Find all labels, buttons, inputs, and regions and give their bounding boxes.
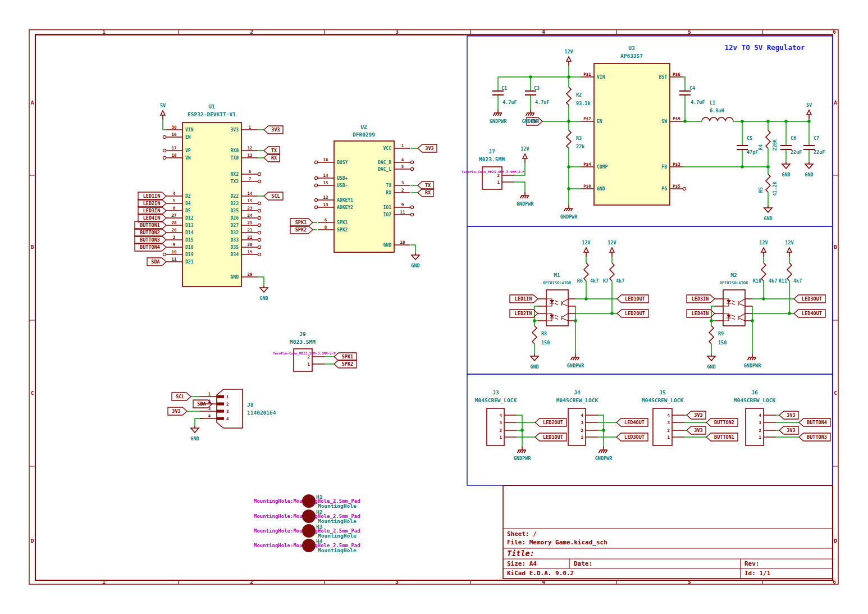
pin-name: GND — [383, 243, 392, 248]
j3-ref: J3 — [492, 389, 499, 395]
power-gndpwr: GNDPWR — [595, 447, 613, 461]
net-label-spk2: SPK2 — [334, 360, 357, 368]
connector-pin: 1 — [307, 362, 325, 367]
svg-text:GND: GND — [805, 172, 813, 178]
capacitor-c6 — [780, 145, 792, 149]
m2-value: OPTOISOLATOR — [720, 281, 748, 285]
svg-text:LED4IN: LED4IN — [143, 215, 161, 221]
mounting-hole-pad — [302, 494, 316, 508]
mounting-hole: MountingHole:MountingHole_2.5mm_Pad H2 M… — [254, 509, 360, 524]
c7-value: 22uF — [814, 149, 825, 155]
power-gndpwr: GNDPWR — [560, 205, 578, 220]
mounting-value: MountingHole — [318, 503, 357, 509]
pin-number: 27 — [171, 213, 176, 218]
svg-text:SCL: SCL — [176, 394, 184, 399]
connector-pin: 2 — [307, 354, 325, 360]
pin-number: 9 — [401, 202, 404, 207]
component-u3-ap63357: U3 AP63357 P$1 VIN P$7 EN P$4 COMP P$8 G… — [581, 45, 686, 205]
component-u2-dfr0299: U2 DFR0299 16 BUSY 14 USB+ 15 USB- 12 AD… — [314, 124, 413, 252]
pin-number: 10 — [171, 249, 177, 254]
r7-value: 4k7 — [616, 278, 624, 284]
svg-text:LED1OUT: LED1OUT — [625, 296, 645, 302]
resistor-r9 — [709, 326, 714, 344]
power-gnd: GND — [411, 253, 419, 269]
pin-number: 14 — [323, 173, 328, 178]
pin-number: 4 — [759, 413, 761, 418]
col-label: 6 — [833, 579, 836, 585]
connector-pin: 3 — [499, 420, 517, 425]
power-gnd: GND — [259, 285, 268, 301]
connector-pin: 4 — [759, 413, 776, 418]
pin-name: COMP — [597, 165, 607, 170]
pin-name: VN — [185, 156, 191, 161]
svg-text:LED3OUT: LED3OUT — [802, 296, 822, 302]
c5-ref: C5 — [747, 135, 752, 141]
connector-pin: 1 — [499, 435, 517, 440]
connector-pin: 2 — [497, 173, 514, 178]
net-label-spk2: SPK2 — [290, 226, 313, 234]
svg-text:12V: 12V — [582, 240, 590, 245]
pin-name: ADKEY2 — [337, 205, 353, 210]
connector-j7: J7 M023.5MM TermPin-Conn_M023.5MM-3.5MM-… — [462, 148, 524, 189]
power-gndpwr: GNDPWR — [744, 354, 762, 369]
resistor-r5 — [766, 174, 770, 192]
r9-ref: R9 — [718, 331, 724, 336]
mounting-ref: H4 — [316, 538, 323, 544]
pin-number: 5 — [173, 198, 176, 203]
svg-text:12V: 12V — [759, 240, 768, 245]
pin-number: 7 — [249, 176, 252, 181]
connector-pin: 1 — [759, 435, 776, 440]
net-label-led3out: LED3OUT — [794, 295, 825, 303]
pin-number: 4 — [667, 413, 670, 418]
pin-name: D15 — [185, 238, 194, 243]
power-12v: 12V — [520, 146, 529, 163]
connector-pin: 3 3 — [200, 406, 229, 415]
title-block-id: Id: 1/1 — [744, 570, 771, 577]
capacitor-c5 — [737, 145, 748, 149]
pad-number: 2 — [226, 402, 229, 407]
net-label-spk1: SPK1 — [290, 219, 313, 226]
svg-text:12V: 12V — [607, 240, 616, 245]
svg-text:RX: RX — [271, 155, 277, 161]
r2-value: 93.1k — [576, 101, 591, 106]
pin-number: 5 — [401, 164, 404, 169]
j3-value: M04SCREW_LOCK — [475, 397, 517, 403]
col-label: 3 — [395, 29, 399, 35]
pin-name: DAC_L — [378, 167, 391, 172]
net-label-tx: TX — [264, 147, 280, 154]
svg-text:GNDPWR: GNDPWR — [517, 201, 534, 207]
power-gnd: GND — [782, 162, 790, 178]
power-gndpwr: GNDPWR — [567, 354, 585, 369]
j7-footprint: TermPin-Conn_M023.5MM-3.5MM-2-P — [462, 170, 524, 174]
svg-text:12V: 12V — [785, 240, 793, 245]
net-label-rx: RX — [418, 189, 433, 197]
title-block-rev: Rev: — [744, 560, 760, 567]
svg-text:LED1IN: LED1IN — [515, 296, 532, 302]
pin-number: 3 — [581, 420, 583, 425]
capacitor-c7 — [803, 145, 815, 149]
power-12v: 12V — [607, 240, 616, 257]
u1-ref: U1 — [208, 103, 215, 110]
title-block-date: Date: — [574, 560, 592, 567]
pin-name: D35 — [231, 245, 239, 250]
mounting-value: MountingHole — [318, 547, 357, 553]
pin-name: D25 — [231, 208, 239, 213]
net-label-button3: BUTTON3 — [799, 433, 830, 441]
r2-ref: R2 — [576, 92, 582, 98]
r10-ref: R10 — [753, 278, 761, 284]
svg-text:LED1IN: LED1IN — [143, 193, 161, 199]
r6-value: 4k7 — [590, 278, 599, 284]
u3-ref: U3 — [628, 45, 635, 51]
connector-pin: 4 — [581, 413, 598, 418]
mounting-hole: MountingHole:MountingHole_2.5mm_Pad H4 M… — [254, 538, 360, 553]
pin-name: BST — [659, 75, 668, 80]
pin-number: 3 — [401, 180, 404, 185]
svg-text:GNDPWR: GNDPWR — [490, 119, 508, 124]
pin-number: 3 — [173, 235, 176, 240]
pin-number: P$4 — [583, 162, 591, 167]
svg-text:GND: GND — [782, 172, 790, 178]
title-block-sheet: Sheet: / — [507, 530, 537, 538]
resistor-r3 — [567, 130, 571, 148]
connector-pin: 3 — [759, 420, 776, 425]
pin-number: 2 — [759, 428, 761, 433]
